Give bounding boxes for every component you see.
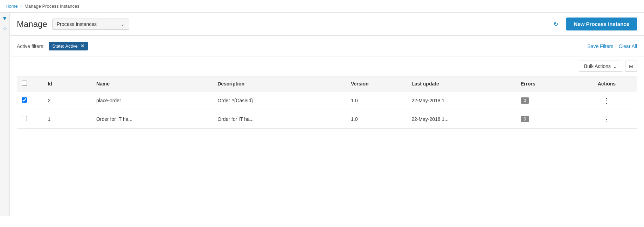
chevron-down-icon: ⌄ — [120, 21, 125, 27]
table-controls: Bulk Actions ⌄ ⊞ — [10, 56, 644, 76]
row-0-actions-menu-button[interactable]: ⋮ — [601, 96, 612, 105]
main-content: Manage Process Instances ⌄ ↻ New Process… — [10, 13, 644, 216]
breadcrumb-current: Manage Process Instances — [25, 4, 79, 9]
state-active-filter-tag[interactable]: State: Active ✕ — [49, 42, 88, 50]
dropdown-label: Process Instances — [57, 21, 97, 27]
col-header-last-update: Last update — [407, 76, 516, 91]
active-filters-label: Active filters: — [17, 43, 44, 49]
sidebar-strip: ▼ ☆ — [0, 13, 10, 216]
row-0-id: 2 — [43, 91, 91, 110]
clear-all-link[interactable]: Clear All — [619, 43, 637, 49]
row-1-version: 1.0 — [346, 110, 407, 129]
table-wrap: Id Name Description Version Last update … — [10, 76, 644, 216]
bulk-actions-label: Bulk Actions — [584, 63, 611, 69]
col-header-checkbox — [17, 76, 43, 91]
row-1-actions-menu-button[interactable]: ⋮ — [601, 115, 612, 123]
process-instances-dropdown[interactable]: Process Instances ⌄ — [52, 19, 129, 30]
header-bar: Manage Process Instances ⌄ ↻ New Process… — [10, 13, 644, 36]
table-row: 1Order for IT ha...Order for IT ha...1.0… — [17, 110, 637, 129]
row-0-name: place-order — [91, 91, 213, 110]
col-header-name: Name — [91, 76, 213, 91]
select-all-checkbox[interactable] — [22, 81, 27, 86]
breadcrumb: Home » Manage Process Instances — [0, 0, 644, 13]
columns-toggle-button[interactable]: ⊞ — [625, 61, 637, 72]
col-header-description: Description — [213, 76, 346, 91]
new-process-instance-button[interactable]: New Process Instance — [566, 18, 637, 30]
row-1-description: Order for IT ha... — [213, 110, 346, 129]
remove-filter-icon[interactable]: ✕ — [81, 43, 84, 49]
filters-bar: Active filters: State: Active ✕ Save Fil… — [10, 36, 644, 56]
row-0-description: Order #{CaseId} — [213, 91, 346, 110]
filter-icon[interactable]: ▼ — [2, 15, 8, 22]
col-header-actions: Actions — [576, 76, 637, 91]
col-header-version: Version — [346, 76, 407, 91]
row-1-id: 1 — [43, 110, 91, 129]
col-header-id: Id — [43, 76, 91, 91]
bulk-actions-chevron-icon: ⌄ — [613, 63, 617, 69]
save-filters-link[interactable]: Save Filters — [587, 43, 613, 49]
row-0-last-update: 22-May-2018 1... — [407, 91, 516, 110]
filter-tag-label: State: Active — [52, 43, 77, 49]
process-instances-table: Id Name Description Version Last update … — [17, 76, 637, 129]
row-1-error-badge: 0 — [521, 116, 529, 122]
breadcrumb-sep: » — [20, 4, 22, 9]
row-0-checkbox[interactable] — [22, 97, 27, 103]
page-title: Manage — [17, 19, 47, 29]
row-1-checkbox[interactable] — [22, 116, 27, 121]
refresh-button[interactable]: ↻ — [550, 19, 561, 29]
breadcrumb-home[interactable]: Home — [6, 4, 18, 9]
row-1-last-update: 22-May-2018 1... — [407, 110, 516, 129]
table-header-row: Id Name Description Version Last update … — [17, 76, 637, 91]
row-0-version: 1.0 — [346, 91, 407, 110]
bulk-actions-button[interactable]: Bulk Actions ⌄ — [579, 61, 622, 72]
filters-actions: Save Filters | Clear All — [587, 43, 637, 49]
row-1-name: Order for IT ha... — [91, 110, 213, 129]
columns-icon: ⊞ — [629, 63, 633, 69]
row-0-error-badge: 0 — [521, 97, 529, 104]
filters-separator: | — [615, 43, 617, 49]
star-icon[interactable]: ☆ — [2, 25, 7, 32]
col-header-errors: Errors — [516, 76, 576, 91]
table-row: 2place-orderOrder #{CaseId}1.022-May-201… — [17, 91, 637, 110]
